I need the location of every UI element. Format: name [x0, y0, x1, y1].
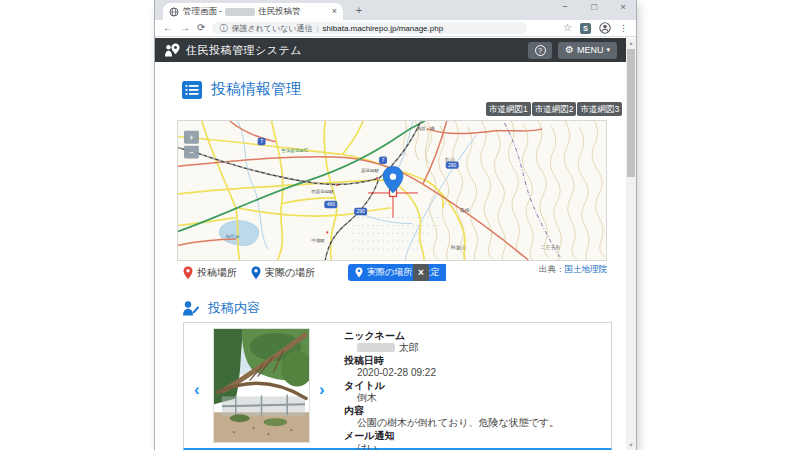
post-card: ‹	[183, 322, 612, 450]
layer-button-3[interactable]: 市道網図3	[577, 102, 622, 116]
back-button[interactable]: ←	[163, 23, 173, 33]
forward-button[interactable]: →	[180, 23, 190, 33]
chevron-down-icon: ▾	[606, 46, 610, 54]
field-label: タイトル	[344, 380, 599, 392]
app-title: 住民投稿管理システム	[186, 43, 302, 58]
map-attribution: 出典：国土地理院	[539, 264, 607, 276]
svg-text:丸山: 丸山	[445, 156, 455, 162]
field-value: 2020-02-28 09:22	[344, 367, 599, 379]
page-title: 投稿情報管理	[211, 80, 301, 99]
field-content: 内容 公園の樹木が倒れており、危険な状態です。	[344, 405, 599, 428]
map-canvas[interactable]: 7 7 290 460 290 鳥坂ノ峰 丸山 聖籠新発田IC 新発田駅	[178, 121, 606, 260]
svg-text:西新発田駅: 西新発田駅	[311, 189, 334, 194]
redacted-text	[357, 343, 395, 352]
info-icon[interactable]: ⓘ	[219, 23, 227, 34]
question-icon: ?	[535, 45, 546, 56]
svg-text:−: −	[189, 147, 194, 157]
menu-label: MENU	[577, 45, 604, 55]
field-label: メール通知	[344, 430, 599, 442]
gsi-link[interactable]: 国土地理院	[565, 264, 608, 274]
redacted-text	[225, 8, 255, 16]
legend-actual-location: 実際の場所	[251, 266, 315, 280]
svg-text:鳥坂ノ峰: 鳥坂ノ峰	[416, 126, 436, 131]
app-logo-icon	[164, 43, 180, 58]
tab-title: 管理画面 - 住民投稿管	[183, 6, 328, 18]
legend-post-location: 投稿場所	[183, 266, 237, 280]
field-label: ニックネーム	[344, 330, 599, 342]
field-nickname: ニックネーム 太郎	[344, 330, 599, 353]
carousel-next-icon[interactable]: ›	[319, 381, 325, 398]
maximize-button[interactable]: □	[589, 1, 599, 12]
field-value: 太郎	[344, 342, 599, 354]
minimize-button[interactable]: −	[560, 1, 570, 12]
set-location-close-button[interactable]: ×	[413, 264, 429, 281]
app-navbar: 住民投稿管理システム ? ⚙ MENU ▾	[155, 38, 626, 62]
security-label: 保護されていない通信	[231, 23, 312, 34]
page-heading: 投稿情報管理	[182, 80, 301, 99]
page-url: shibata.machirepo.jp/manage.php	[323, 24, 444, 33]
map[interactable]: 7 7 290 460 290 鳥坂ノ峰 丸山 聖籠新発田IC 新発田駅	[177, 120, 607, 261]
address-bar[interactable]: ⓘ 保護されていない通信 | shibata.machirepo.jp/mana…	[212, 22, 527, 34]
field-value: はい	[344, 442, 599, 450]
close-button[interactable]: ×	[618, 1, 628, 12]
tab-strip: 管理画面 - 住民投稿管 × + − □ ×	[155, 0, 636, 20]
page-viewport: ▲ ▼ 住民投稿管理システム ? ⚙ MENU	[155, 38, 636, 450]
window-controls: − □ ×	[560, 1, 628, 12]
svg-text:290: 290	[448, 163, 457, 168]
field-value: 倒木	[344, 392, 599, 404]
gear-icon: ⚙	[565, 45, 574, 55]
scrollbar[interactable]: ▲ ▼	[626, 38, 636, 450]
svg-text:460: 460	[327, 202, 336, 207]
field-label: 内容	[344, 405, 599, 417]
post-photo	[213, 328, 310, 443]
section-title: 投稿内容	[208, 299, 260, 317]
toolbar-right: ☆ S ⋮	[563, 22, 628, 34]
field-label: 投稿日時	[344, 355, 599, 367]
post-fields: ニックネーム 太郎 投稿日時 2020-02-28 09:22 タイトル	[344, 330, 599, 450]
browser-window: 管理画面 - 住民投稿管 × + − □ × ← → ⟳ ⓘ 保護されていない通…	[155, 0, 636, 450]
post-section-header: 投稿内容	[182, 299, 260, 317]
tab-close-icon[interactable]: ×	[332, 7, 337, 16]
help-button[interactable]: ?	[528, 42, 552, 59]
carousel-prev-icon[interactable]: ‹	[194, 381, 200, 398]
white-pin-icon	[355, 267, 363, 278]
new-tab-button[interactable]: +	[352, 3, 366, 17]
fallen-tree-photo	[214, 329, 309, 442]
map-legend: 投稿場所 実際の場所	[183, 266, 315, 280]
svg-text:290: 290	[357, 209, 366, 214]
set-actual-location-button[interactable]: 実際の場所を設定	[348, 264, 446, 281]
svg-text:長峰: 長峰	[460, 207, 470, 213]
field-mail-notification: メール通知 はい	[344, 430, 599, 450]
field-post-datetime: 投稿日時 2020-02-28 09:22	[344, 355, 599, 378]
reload-button[interactable]: ⟳	[197, 23, 205, 33]
menu-button[interactable]: ⚙ MENU ▾	[558, 42, 617, 59]
scrollbar-thumb[interactable]	[627, 49, 635, 177]
svg-text:聖籠新発田IC: 聖籠新発田IC	[282, 148, 310, 153]
svg-text:7: 7	[382, 158, 385, 163]
chrome-menu-icon[interactable]: ⋮	[619, 23, 628, 33]
scroll-up-icon[interactable]: ▲	[626, 38, 636, 48]
globe-favicon-icon	[169, 7, 179, 17]
svg-text:7: 7	[260, 139, 263, 144]
browser-toolbar: ← → ⟳ ⓘ 保護されていない通信 | shibata.machirepo.j…	[155, 20, 636, 37]
address-separator: |	[317, 24, 319, 33]
person-edit-icon	[182, 300, 200, 316]
svg-text:中浦駅: 中浦駅	[311, 238, 325, 243]
page-content: 投稿情報管理 市道網図1 市道網図2 市道網図3	[155, 62, 626, 450]
field-title: タイトル 倒木	[344, 380, 599, 403]
svg-text:二王子岳: 二王子岳	[540, 244, 560, 251]
svg-text:秋葉山: 秋葉山	[451, 244, 466, 251]
scroll-down-icon[interactable]: ▼	[626, 440, 636, 450]
list-icon	[182, 81, 202, 99]
bookmark-star-icon[interactable]: ☆	[563, 23, 572, 33]
svg-text:福島潟: 福島潟	[225, 234, 240, 239]
blue-pin-icon	[251, 266, 261, 280]
screenshot-stage: 管理画面 - 住民投稿管 × + − □ × ← → ⟳ ⓘ 保護されていない通…	[0, 0, 790, 450]
map-layer-buttons: 市道網図1 市道網図2 市道網図3	[486, 102, 622, 116]
layer-button-1[interactable]: 市道網図1	[486, 102, 531, 116]
svg-text:新発田駅: 新発田駅	[361, 168, 379, 173]
extension-icon[interactable]: S	[580, 23, 591, 34]
layer-button-2[interactable]: 市道網図2	[532, 102, 577, 116]
profile-icon[interactable]	[599, 22, 611, 34]
browser-tab[interactable]: 管理画面 - 住民投稿管 ×	[163, 3, 343, 20]
